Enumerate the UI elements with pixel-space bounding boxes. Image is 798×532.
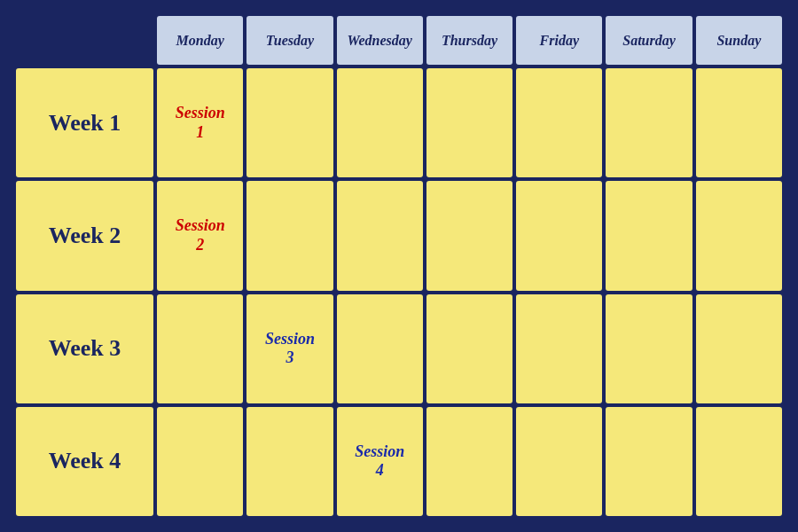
week-2-sunday	[696, 181, 782, 290]
week-1-wednesday	[337, 68, 423, 177]
week-4-sunday	[696, 407, 782, 516]
week-3-tuesday: Session3	[246, 294, 332, 403]
header-tuesday: Tuesday	[246, 16, 332, 65]
week-3-saturday	[606, 294, 692, 403]
week-1-label: Week 1	[16, 68, 153, 177]
week-4-thursday	[426, 407, 512, 516]
week-2-thursday	[426, 181, 512, 290]
header-thursday: Thursday	[426, 16, 512, 65]
week-1-friday	[516, 68, 602, 177]
week-4-tuesday	[246, 407, 332, 516]
week-1-sunday	[696, 68, 782, 177]
week-3-thursday	[426, 294, 512, 403]
week-2-wednesday	[337, 181, 423, 290]
header-saturday: Saturday	[606, 16, 692, 65]
week-2-friday	[516, 181, 602, 290]
week-3-wednesday	[337, 294, 423, 403]
header-wednesday: Wednesday	[337, 16, 423, 65]
week-3-label: Week 3	[16, 294, 153, 403]
corner-cell	[16, 16, 153, 65]
week-4-wednesday: Session4	[337, 407, 423, 516]
week-2-tuesday	[246, 181, 332, 290]
week-4-monday	[157, 407, 243, 516]
week-2-label: Week 2	[16, 181, 153, 290]
week-1-tuesday	[246, 68, 332, 177]
week-3-sunday	[696, 294, 782, 403]
week-2-saturday	[606, 181, 692, 290]
week-4-label: Week 4	[16, 407, 153, 516]
week-3-monday	[157, 294, 243, 403]
week-2-monday: Session2	[157, 181, 243, 290]
header-sunday: Sunday	[696, 16, 782, 65]
week-1-saturday	[606, 68, 692, 177]
week-1-monday: Session1	[157, 68, 243, 177]
week-3-friday	[516, 294, 602, 403]
week-4-friday	[516, 407, 602, 516]
calendar-grid: Monday Tuesday Wednesday Thursday Friday…	[13, 13, 785, 519]
week-1-thursday	[426, 68, 512, 177]
header-monday: Monday	[157, 16, 243, 65]
header-friday: Friday	[516, 16, 602, 65]
week-4-saturday	[606, 407, 692, 516]
